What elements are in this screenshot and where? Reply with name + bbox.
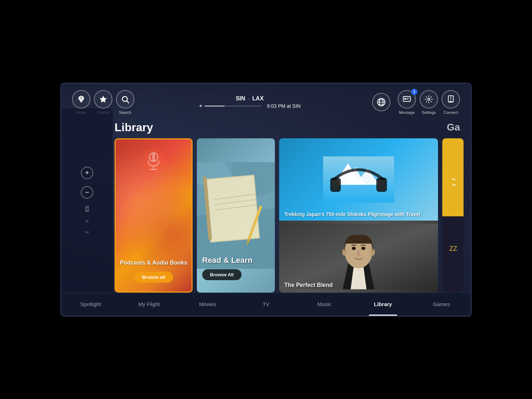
library-label: Library	[374, 301, 392, 307]
games-nav-item[interactable]: Games	[412, 293, 471, 316]
section-title-row: Library Ga	[61, 118, 471, 138]
trekking-bottom: The Perfect Blend	[279, 221, 438, 293]
settings-icon	[425, 95, 433, 104]
podcasts-title: Podcasts & Audio Books	[120, 259, 187, 267]
svg-point-46	[342, 249, 347, 256]
settings-nav-item[interactable]: Settings	[420, 90, 438, 115]
svg-rect-51	[443, 240, 463, 268]
flight-time: 9:03 PM at SIN	[267, 103, 301, 109]
svg-point-45	[362, 248, 364, 249]
message-icon	[403, 95, 411, 104]
search-label: Search	[119, 110, 132, 115]
globe-icon	[376, 97, 386, 107]
playlist-circle	[94, 90, 112, 109]
sidebar-minus-button[interactable]: −	[81, 186, 93, 199]
music-nav-item[interactable]: Music	[295, 293, 354, 316]
svg-rect-19	[152, 153, 155, 161]
sidebar-text-ke: ke	[85, 230, 89, 234]
svg-marker-0	[100, 96, 107, 102]
section-right-partial: Ga	[447, 122, 460, 133]
connect-icon	[447, 95, 455, 104]
podcasts-browse-button[interactable]: Browse all	[134, 272, 173, 283]
left-sidebar: + − ES di ke	[61, 109, 113, 293]
sidebar-text-di: di	[86, 219, 89, 223]
svg-rect-36	[332, 179, 339, 190]
flight-info: SIN › LAX ✈ 9:03 PM at SIN	[134, 95, 365, 109]
globe-button[interactable]	[372, 93, 390, 111]
mic-illustration	[139, 146, 168, 175]
movies-label: Movies	[199, 301, 216, 307]
sidebar-add-button[interactable]: +	[81, 167, 93, 179]
svg-rect-9	[404, 98, 406, 100]
search-circle	[116, 90, 134, 109]
tv-label: TV	[262, 301, 269, 307]
read-title: Read & Learn	[202, 256, 253, 265]
plane-icon: ✈	[199, 104, 203, 109]
home-circle	[72, 90, 90, 109]
partial-card-illustration: AL NG	[444, 168, 464, 215]
section-title: Library	[115, 121, 153, 134]
svg-text:AL: AL	[452, 177, 456, 181]
sidebar-text-es: ES	[84, 206, 90, 212]
origin-code: SIN	[236, 95, 245, 102]
read-card-content: Read & Learn Browse All	[197, 256, 275, 286]
trekking-card[interactable]: Trekking Japan's 750-mile Shikoku Pilgri…	[279, 138, 438, 293]
svg-rect-38	[378, 179, 386, 190]
svg-point-44	[353, 248, 354, 249]
flight-route: SIN › LAX	[236, 95, 264, 102]
cards-area: Podcasts & Audio Books Browse all	[61, 138, 471, 293]
svg-point-47	[370, 249, 375, 256]
headphones-illustration	[323, 156, 394, 203]
svg-point-12	[428, 98, 430, 100]
svg-text:ZZ: ZZ	[449, 245, 457, 252]
library-nav-item[interactable]: Library	[354, 293, 412, 316]
home-icon	[77, 95, 85, 104]
message-label: Message	[399, 110, 415, 115]
main-content: Home Playlist	[61, 84, 471, 316]
games-label: Games	[433, 301, 450, 307]
podcasts-card[interactable]: Podcasts & Audio Books Browse all	[115, 138, 193, 293]
settings-circle	[420, 90, 438, 109]
trekking-top: Trekking Japan's 750-mile Shikoku Pilgri…	[279, 138, 438, 221]
header: Home Playlist	[61, 84, 471, 118]
svg-rect-48	[448, 168, 460, 215]
flight-progress-bar	[205, 106, 261, 106]
spotlight-label: Spotlight	[80, 301, 101, 307]
trekking-title: Trekking Japan's 750-mile Shikoku Pilgri…	[284, 211, 433, 217]
message-nav-item[interactable]: 1 Message	[398, 90, 416, 115]
music-label: Music	[317, 301, 331, 307]
trekking-bottom-title: The Perfect Blend	[284, 282, 333, 288]
connect-nav-item[interactable]: Connect	[442, 90, 460, 115]
search-nav-item[interactable]: Search	[116, 90, 134, 115]
flight-progress: ✈ 9:03 PM at SIN	[199, 103, 301, 109]
bottom-nav: Spotlight My Flight Movies TV Music Libr…	[61, 293, 471, 316]
partial-right-top: AL NG	[442, 138, 464, 216]
tv-nav-item[interactable]: TV	[237, 293, 295, 316]
myflight-nav-item[interactable]: My Flight	[120, 293, 178, 316]
plus-icon: +	[85, 169, 89, 177]
partial-right-bottom: ZZ	[442, 216, 464, 293]
minus-icon: −	[85, 188, 89, 196]
read-browse-button[interactable]: Browse All	[202, 269, 242, 280]
movies-nav-item[interactable]: Movies	[178, 293, 237, 316]
playlist-icon	[99, 95, 107, 104]
connect-circle	[442, 90, 460, 109]
spotlight-nav-item[interactable]: Spotlight	[61, 293, 120, 316]
read-card[interactable]: Read & Learn Browse All	[197, 138, 275, 293]
connect-label: Connect	[444, 110, 458, 115]
partial-bottom-illustration: ZZ	[443, 240, 463, 268]
myflight-label: My Flight	[138, 301, 160, 307]
screen: Home Playlist	[60, 83, 472, 317]
search-icon	[121, 95, 129, 104]
message-circle: 1	[398, 90, 416, 109]
podcasts-card-content: Podcasts & Audio Books Browse all	[120, 259, 187, 283]
svg-point-16	[450, 96, 451, 97]
route-chevron: ›	[248, 96, 249, 101]
svg-line-2	[127, 101, 129, 103]
svg-text:NG: NG	[452, 183, 456, 186]
right-icons: 1 Message	[398, 90, 460, 115]
settings-label: Settings	[422, 110, 436, 115]
destination-code: LAX	[252, 95, 264, 102]
notification-badge: 1	[411, 89, 417, 95]
partial-right-card: AL NG ZZ	[442, 138, 464, 293]
